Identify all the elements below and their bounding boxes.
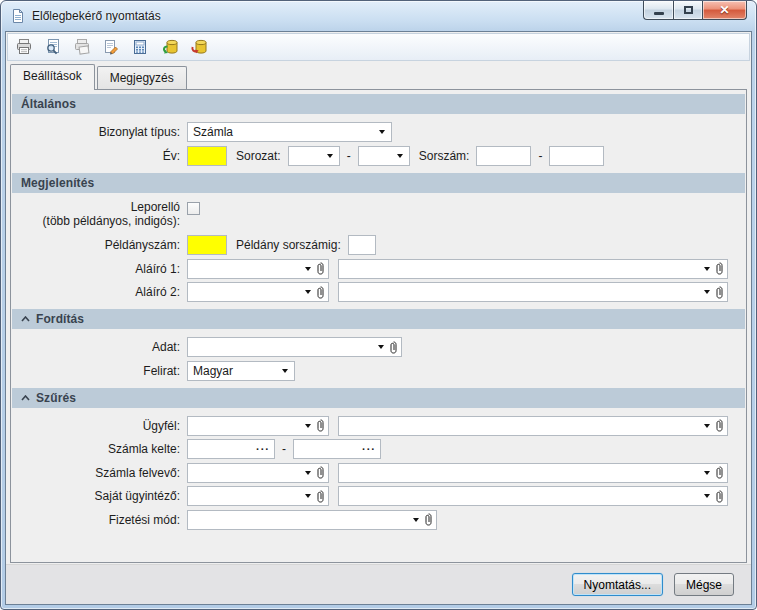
calculator-icon [131,38,149,56]
paperclip-icon[interactable] [316,262,325,275]
tab-settings[interactable]: Beállítások [10,64,95,90]
chevron-down-icon [282,369,288,373]
calculator-toolbar-button[interactable] [129,36,151,58]
customer-name-select[interactable] [338,416,728,436]
date-picker-button[interactable]: ··· [362,445,376,453]
payment-method-row: Fizetési mód: [11,509,738,531]
copy-serial-label: Példány sorszámig: [236,238,341,252]
year-series-serial-row: Év: Sorozat: - Sorszám: - [11,145,738,167]
window-controls: ✕ [643,1,747,20]
print-button[interactable]: Nyomtatás... [572,573,663,596]
invoice-date-to-input[interactable]: ··· [293,439,381,459]
chevron-down-icon [378,345,384,349]
chevron-down-icon [305,471,311,475]
invoice-clerk-name-select[interactable] [338,463,728,483]
database-import-icon [160,38,179,56]
document-type-row: Bizonylat típus: Számla [11,121,738,143]
caption-language-select[interactable]: Magyar [187,361,295,381]
client-area: Beállítások Megjegyzés Általános Bizonyl… [5,31,752,605]
section-title-translation: Fordítás [36,312,84,326]
year-label: Év: [11,149,180,163]
document-type-select[interactable]: Számla [187,122,392,142]
minimize-button[interactable] [643,1,673,20]
paperclip-icon[interactable] [715,286,724,299]
year-input[interactable] [187,146,227,166]
caption-language-value: Magyar [193,364,278,378]
document-type-label: Bizonylat típus: [11,125,180,139]
invoice-date-from-input[interactable]: ··· [187,439,275,459]
toolbar [7,33,750,61]
customer-code-select[interactable] [187,416,329,436]
chevron-down-icon [413,518,419,522]
dialog-window: Előlegbekérő nyomtatás ✕ [0,0,757,610]
restore-button[interactable] [673,1,702,20]
signer2-label: Aláíró 2: [11,285,180,299]
paperclip-icon[interactable] [715,490,724,503]
chevron-up-icon[interactable] [21,395,30,401]
own-clerk-code-select[interactable] [187,486,329,506]
tab-notes[interactable]: Megjegyzés [97,66,187,89]
paperclip-icon[interactable] [316,466,325,479]
leporello-checkbox[interactable] [187,202,200,215]
paperclip-icon[interactable] [316,286,325,299]
close-button[interactable]: ✕ [702,1,747,20]
paperclip-icon[interactable] [715,466,724,479]
edit-toolbar-button[interactable] [100,36,122,58]
footer-button-bar: Nyomtatás... Mégse [6,564,751,604]
serial-to-input[interactable] [549,146,604,166]
tabstrip: Beállítások Megjegyzés [6,61,751,89]
signer2-name-select[interactable] [338,282,728,302]
database-export-toolbar-button[interactable] [187,36,209,58]
paperclip-icon[interactable] [389,341,398,354]
customer-label: Ügyfél: [11,419,180,433]
copy-serial-input[interactable] [348,235,376,255]
restore-icon [684,6,693,14]
settings-tab-panel: Általános Bizonylat típus: Számla Év: So… [10,89,747,563]
chevron-down-icon [327,154,333,158]
cancel-button[interactable]: Mégse [674,573,734,596]
invoice-clerk-code-select[interactable] [187,463,329,483]
paperclip-icon[interactable] [424,513,433,526]
paperclip-icon[interactable] [316,490,325,503]
leporello-label-line1: Leporelló [131,200,180,214]
translation-data-select[interactable] [187,337,402,357]
print-preview-icon [44,38,62,56]
date-picker-button[interactable]: ··· [256,445,270,453]
chevron-up-icon[interactable] [21,316,30,322]
caption-language-row: Felirat: Magyar [11,360,738,382]
chevron-down-icon [704,424,710,428]
paperclip-icon[interactable] [715,262,724,275]
document-icon [10,8,26,24]
invoice-clerk-row: Számla felvevő: [11,462,738,484]
paperclip-icon[interactable] [715,419,724,432]
own-clerk-label: Saját ügyintéző: [11,489,180,503]
section-header-general: Általános [12,94,745,114]
invoice-date-label: Számla kelte: [11,442,180,456]
payment-method-select[interactable] [187,510,437,530]
section-title-display: Megjelenítés [21,176,94,190]
series-from-select[interactable] [288,146,340,166]
invoice-clerk-label: Számla felvevő: [11,466,180,480]
signer1-code-select[interactable] [187,259,329,279]
section-header-translation: Fordítás [12,309,745,329]
print-preview-toolbar-button[interactable] [42,36,64,58]
payment-method-label: Fizetési mód: [11,513,180,527]
chevron-down-icon [305,424,311,428]
signer1-name-select[interactable] [338,259,728,279]
chevron-down-icon [704,494,710,498]
copies-input[interactable] [187,235,227,255]
translation-data-row: Adat: [11,336,738,358]
chevron-down-icon [379,130,385,134]
signer2-row: Aláíró 2: [11,281,738,303]
signer1-row: Aláíró 1: [11,258,738,280]
serial-from-input[interactable] [476,146,531,166]
signer2-code-select[interactable] [187,282,329,302]
chevron-down-icon [305,290,311,294]
series-to-select[interactable] [358,146,410,166]
paperclip-icon[interactable] [316,419,325,432]
section-header-display: Megjelenítés [12,173,745,193]
database-import-toolbar-button[interactable] [158,36,180,58]
own-clerk-name-select[interactable] [338,486,728,506]
print-setup-toolbar-button[interactable] [71,36,93,58]
print-toolbar-button[interactable] [13,36,35,58]
